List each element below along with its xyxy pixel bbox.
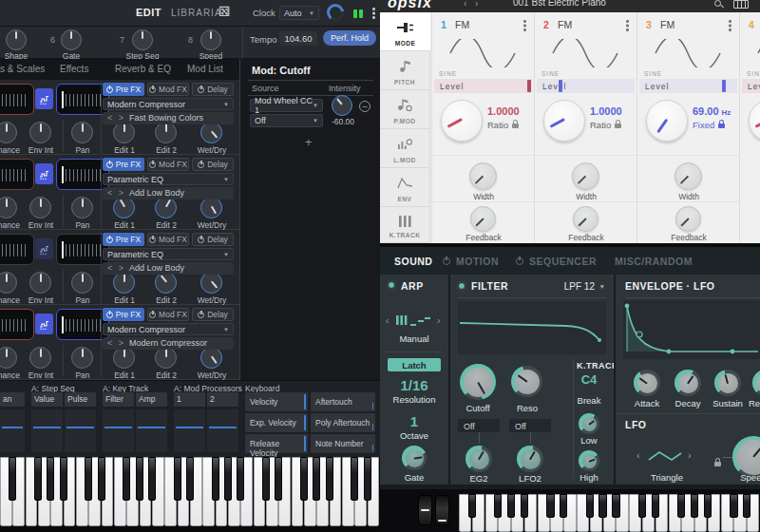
piano-key-black[interactable] — [507, 494, 515, 518]
lfo-next-icon[interactable]: › — [688, 449, 692, 461]
ktrack-low-knob[interactable] — [579, 413, 599, 434]
mod-display[interactable] — [0, 234, 34, 265]
edit2-knob[interactable] — [155, 272, 177, 294]
ratio-knob[interactable] — [749, 100, 760, 142]
release-knob[interactable] — [752, 370, 760, 396]
piano-key-black[interactable] — [586, 494, 594, 518]
piano-key-black[interactable] — [212, 457, 219, 501]
left-piano-keyboard[interactable] — [0, 457, 380, 526]
piano-key-black[interactable] — [704, 494, 712, 518]
pan-knob[interactable] — [71, 122, 93, 143]
op-mode[interactable]: FM — [558, 19, 572, 30]
filter-type-dropdown[interactable]: LPF 12 — [564, 281, 595, 292]
macro-knob-speed[interactable] — [200, 29, 221, 50]
mod-source-icon[interactable] — [35, 163, 53, 184]
tab-sound[interactable]: SOUND — [394, 256, 432, 267]
level-handle[interactable] — [722, 80, 726, 92]
master-volume-knob[interactable] — [327, 4, 344, 21]
modfx-button[interactable]: Mod FX — [147, 83, 189, 96]
fx-preset-row[interactable]: < >Fast Bowing Colors — [103, 112, 234, 124]
mod-source-icon[interactable] — [35, 88, 53, 109]
sidebar-item-lmod[interactable]: L.MOD — [380, 129, 430, 168]
tab-sequencer[interactable]: SEQUENCER — [529, 256, 597, 267]
op-menu-icon[interactable] — [729, 20, 732, 32]
prefx-button[interactable]: Pre FX — [103, 233, 144, 246]
arp-octave-value[interactable]: 1 — [380, 413, 448, 429]
tab-misc-random[interactable]: MISC/RANDOM — [615, 256, 693, 267]
wetdry-knob[interactable] — [200, 347, 222, 369]
preset-prev-next-icons[interactable]: ‹ › — [464, 0, 481, 9]
fx-preset-row[interactable]: < >Add Low Body — [103, 262, 234, 275]
ratio-knob[interactable] — [441, 100, 483, 142]
edit2-knob[interactable] — [155, 197, 177, 218]
cell-value[interactable]: Value — [31, 392, 63, 407]
piano-key-black[interactable] — [730, 494, 737, 518]
piano-key-black[interactable] — [494, 494, 502, 518]
eg2-knob[interactable] — [466, 446, 492, 472]
wetdry-knob[interactable] — [200, 197, 222, 218]
wetdry-knob[interactable] — [200, 122, 222, 143]
feedback-knob[interactable] — [470, 206, 496, 232]
piano-key-black[interactable] — [47, 457, 54, 501]
tempo-field[interactable]: 104.60 — [279, 31, 317, 46]
envelope-display[interactable] — [623, 300, 760, 359]
tab-edit[interactable]: EDIT — [136, 7, 162, 18]
piano-key-black[interactable] — [237, 457, 244, 501]
fx-preset-row[interactable]: < >Add Low Body — [103, 187, 234, 200]
cell-1[interactable]: 1 — [174, 392, 205, 407]
kb-cell-exp-velocity[interactable]: Exp. Velocity — [245, 413, 308, 432]
sidebar-item-pitch[interactable]: PITCH — [380, 51, 430, 90]
ktrack-key-value[interactable]: C4 — [564, 372, 614, 387]
dice-icon[interactable]: ⚄ — [218, 4, 230, 19]
edit2-knob[interactable] — [155, 347, 177, 369]
edit2-knob[interactable] — [155, 122, 177, 143]
piano-key-black[interactable] — [224, 457, 232, 501]
piano-key-black[interactable] — [313, 457, 320, 501]
triangle-wave-icon[interactable] — [647, 449, 683, 463]
lfo2-knob[interactable] — [517, 446, 543, 472]
env-int-knob[interactable] — [29, 122, 51, 143]
mod-source-dropdown[interactable]: Mod Wheel CC 1 — [250, 99, 323, 112]
op-menu-icon[interactable] — [626, 20, 629, 32]
wave-name[interactable]: SINE — [542, 70, 560, 77]
env-int-knob[interactable] — [29, 197, 51, 218]
lock-icon[interactable] — [718, 124, 725, 128]
ratio-knob[interactable] — [543, 100, 585, 142]
pan-knob[interactable] — [71, 197, 93, 218]
env-int-knob[interactable] — [29, 347, 51, 369]
sidebar-item-env[interactable]: ENV — [380, 168, 430, 207]
lock-icon[interactable] — [512, 124, 519, 128]
piano-key-black[interactable] — [174, 457, 181, 501]
edit1-knob[interactable] — [113, 122, 135, 143]
arp-next-icon[interactable]: › — [437, 315, 440, 326]
resonance-knob[interactable] — [0, 122, 17, 143]
remove-mod-button[interactable] — [359, 101, 370, 112]
piano-key-black[interactable] — [98, 457, 105, 501]
wave-name[interactable]: SINE — [747, 70, 760, 77]
wave-name[interactable]: SINE — [439, 70, 457, 77]
piano-key-black[interactable] — [546, 494, 554, 518]
prefx-button[interactable]: Pre FX — [103, 83, 144, 96]
width-knob[interactable] — [572, 162, 599, 190]
piano-key-black[interactable] — [34, 457, 42, 501]
prefx-button[interactable]: Pre FX — [103, 158, 144, 171]
opsix-piano-keyboard[interactable] — [459, 494, 760, 532]
kb-cell-velocity[interactable]: Velocity — [245, 392, 308, 411]
search-icon[interactable] — [714, 0, 721, 7]
piano-key-black[interactable] — [60, 457, 67, 501]
prev-next-icons[interactable]: < > — [107, 338, 125, 348]
fx-preset-row[interactable]: < >Modern Compressor — [103, 337, 234, 350]
piano-key-black[interactable] — [560, 494, 567, 518]
intensity-knob[interactable] — [332, 95, 352, 116]
fx-type-dropdown[interactable]: Modern Compressor — [103, 98, 234, 110]
macro-knob-gate[interactable] — [61, 29, 82, 50]
prev-next-icons[interactable]: < > — [107, 113, 125, 123]
delay-button[interactable]: Delay — [192, 308, 234, 321]
mod-mini-display[interactable] — [136, 409, 167, 452]
kb-cell-aftertouch[interactable]: Aftertouch — [311, 392, 375, 411]
level-handle[interactable] — [527, 80, 531, 92]
piano-key-black[interactable] — [275, 457, 282, 501]
mod-mini-display[interactable] — [174, 409, 205, 452]
op-menu-icon[interactable] — [523, 20, 526, 32]
sidebar-item-mode[interactable]: MODE — [380, 12, 430, 51]
